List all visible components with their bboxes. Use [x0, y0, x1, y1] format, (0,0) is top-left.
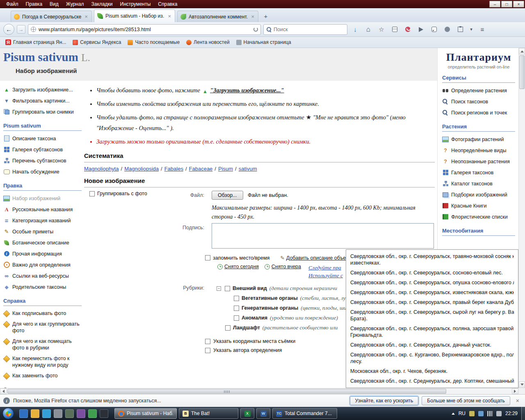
taskbar-pinned-icon-6[interactable] — [77, 409, 85, 418]
bookmark-news-feed[interactable]: Лента новостей — [183, 38, 233, 46]
bookmark-yandex-home[interactable]: Я Главная страница Ян... — [2, 38, 69, 46]
taskbar-pinned-icon-1[interactable] — [19, 409, 28, 418]
service-item-regions-search[interactable]: Поиск регионов и точек — [442, 107, 515, 118]
toolbar-overflow-button[interactable]: ▾ — [468, 25, 475, 34]
back-button[interactable]: ← — [3, 24, 14, 35]
taskbar-pinned-icon-7[interactable] — [88, 409, 97, 418]
sidebar-item-image-set[interactable]: Набор изображений — [3, 193, 82, 204]
plants-item-image-collections[interactable]: Подборки изображений — [442, 189, 515, 200]
taxonomy-link-pisum[interactable]: Pisum — [218, 166, 233, 172]
menubar-item-bookmarks[interactable]: Закладки — [88, 1, 116, 7]
taxonomy-link-magnoliophyta[interactable]: Magnoliophyta — [84, 166, 119, 172]
taskbar-button-firefox[interactable]: Pisum sativum - Наб... — [114, 408, 177, 419]
follow-rules-link-fragment[interactable]: Следуйте пра — [308, 264, 343, 272]
scroll-up-button[interactable] — [519, 48, 525, 55]
clipboard-button[interactable] — [455, 25, 466, 34]
taxonomy-link-magnoliopsida[interactable]: Magnoliopsida — [124, 166, 159, 172]
taskbar-button-total-commander[interactable]: TC Total Commander 7... — [272, 408, 337, 419]
url-bar[interactable] — [28, 24, 261, 35]
plants-item-undetermined-species[interactable]: Неопределённые виды — [442, 145, 515, 156]
taskbar-clock[interactable]: 22:29 — [505, 411, 518, 416]
rubric-checkbox-generative[interactable] — [234, 306, 239, 311]
collapse-toggle[interactable] — [217, 286, 221, 291]
bookmark-frequently-visited[interactable]: Часто посещаемые — [125, 38, 183, 46]
sidebar-item-special-marks[interactable]: Особые приметы — [3, 226, 82, 237]
place-suggestion[interactable]: Свердловская обл., окр. г. Североуральск… — [346, 340, 518, 350]
sidebar-item-parent-taxa[interactable]: Родительские таксоны — [3, 281, 82, 292]
sidebar-item-name-categorization[interactable]: Категоризация названий — [3, 215, 82, 226]
bookmark-star-button[interactable]: ☆ — [376, 25, 387, 34]
browse-button[interactable]: Обзор... — [212, 191, 243, 200]
scroll-right-button[interactable] — [512, 388, 518, 394]
plants-item-photos[interactable]: Фотографии растений — [442, 134, 515, 145]
menubar-item-tools[interactable]: Инструменты — [116, 1, 155, 7]
menubar-item-file[interactable]: Файл — [2, 1, 22, 7]
plants-item-red-books[interactable]: Красные Книги — [442, 200, 515, 211]
shot-today-link[interactable]: Снято сегодня — [217, 264, 259, 269]
scroll-left-button[interactable] — [0, 388, 7, 394]
rubric-checkbox-anomaly[interactable] — [234, 315, 239, 321]
plants-item-unidentified-plants[interactable]: Неопознанные растения — [442, 156, 515, 167]
sidebar-item-start-discussion[interactable]: Начать обсуждение — [3, 166, 82, 177]
tray-expand-button[interactable] — [452, 411, 455, 415]
service-item-taxa-search[interactable]: Поиск таксонов — [442, 96, 515, 107]
sidebar-item-subtaxa-list[interactable]: Перечень субтаксонов — [3, 155, 82, 166]
sidebar-item-how-to-caption[interactable]: Как подписывать фото — [3, 308, 82, 319]
close-button[interactable]: × — [513, 1, 524, 7]
remember-place-time-checkbox[interactable] — [205, 255, 210, 260]
sidebar-item-how-to-move-photo[interactable]: Как переместить фото к нужному виду или … — [3, 353, 82, 370]
home-button[interactable]: ⌂ — [363, 25, 374, 34]
maximize-button[interactable]: □ — [501, 1, 512, 7]
caption-textarea[interactable] — [212, 223, 434, 249]
notification-close-button[interactable]: × — [514, 397, 522, 404]
reload-icon[interactable] — [253, 27, 258, 32]
taskbar-pinned-icon-8[interactable] — [100, 409, 108, 418]
place-suggestion[interactable]: Свердловская обл., окр. г. Североуральск… — [346, 268, 518, 278]
dont-show-again-button[interactable]: Больше мне об этом не сообщать — [422, 396, 510, 405]
new-tab-button[interactable]: + — [260, 11, 271, 21]
search-bar[interactable] — [263, 24, 347, 35]
tab-close-button[interactable]: × — [250, 14, 255, 20]
taskbar-button-excel[interactable]: X — [240, 408, 254, 419]
sidebar-item-why-group-photos[interactable]: Для чего и как группировать фото — [3, 319, 82, 336]
scroll-down-button[interactable] — [519, 381, 525, 388]
taxonomy-link-sativum[interactable]: sativum — [239, 166, 257, 172]
horizontal-scroll-thumb[interactable] — [7, 389, 446, 394]
author-checkbox[interactable] — [205, 348, 210, 353]
place-suggestion[interactable]: Свердловская обл., окр. г. Североуральск… — [346, 297, 518, 307]
rubric-checkbox-landscape[interactable] — [225, 325, 231, 331]
sidebar-item-important-for-identification[interactable]: Важно для определения — [3, 259, 82, 270]
sidebar-item-botanical-description[interactable]: Ботаническое описание — [3, 237, 82, 248]
account-button[interactable] — [442, 25, 452, 34]
show-desktop-button[interactable] — [521, 407, 525, 420]
service-item-plant-identification[interactable]: Определение растения — [442, 85, 515, 96]
plants-item-taxa-catalog[interactable]: Каталог таксонов — [442, 178, 515, 189]
tray-icon-network[interactable] — [487, 411, 493, 416]
taskbar-pinned-icon-3[interactable] — [42, 409, 51, 418]
place-suggestion[interactable]: Свердловская обл., окр. г. Североуральск… — [346, 278, 518, 288]
sidebar-item-russian-names[interactable]: Русскоязычные названия — [3, 204, 82, 215]
sidebar-item-group-my-photos[interactable]: Группировать мои снимки — [3, 106, 82, 117]
downloads-button[interactable]: ↓ — [350, 25, 361, 34]
search-input[interactable] — [274, 27, 345, 32]
taskbar-button-word[interactable]: W — [256, 408, 270, 419]
sidebar-item-taxon-description[interactable]: Описание таксона — [3, 133, 82, 144]
place-suggestion[interactable]: Свердловская обл., окр. с. Курганово, Ве… — [346, 350, 518, 366]
tab-close-button[interactable]: × — [84, 14, 89, 20]
tab-pisum-sativum[interactable]: Pisum sativum - Набор из... × — [94, 9, 175, 22]
menu-button[interactable]: ≡ — [477, 25, 488, 34]
rubric-checkbox-vegetative[interactable] — [234, 296, 239, 301]
rubric-checkbox-appearance[interactable] — [225, 286, 230, 291]
bookmarks-panel-button[interactable] — [389, 25, 400, 34]
sidebar-item-filter-pictures[interactable]: Фильтровать картинки... — [3, 95, 82, 106]
place-suggestion[interactable]: Свердловская обл., окр. г. Среднеуральск… — [346, 376, 518, 386]
sidebar-item-upload-image[interactable]: Загрузить изображение... — [3, 84, 82, 95]
start-button[interactable] — [2, 408, 14, 419]
vertical-scrollbar[interactable] — [518, 48, 525, 388]
taskbar-button-thebat[interactable]: B The Bat! — [179, 408, 238, 419]
taxonomy-link-fabales[interactable]: Fabales — [164, 166, 183, 172]
url-input[interactable] — [39, 27, 251, 32]
tab-weather[interactable]: Погода в Североуральске × — [11, 11, 92, 22]
bookmark-yandex-services[interactable]: Сервисы Яндекса — [70, 38, 124, 46]
menubar-item-edit[interactable]: Правка — [22, 1, 46, 7]
